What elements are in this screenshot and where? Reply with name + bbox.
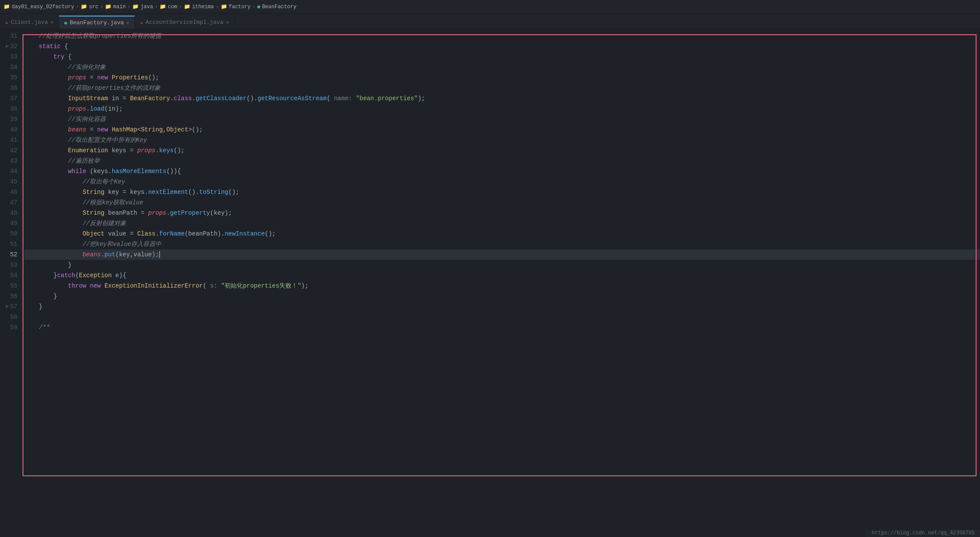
code-line-52: beans.put(key,value); — [24, 249, 980, 260]
line-number: 43 — [3, 156, 17, 166]
code-line-44: while (keys.hasMoreElements()){ — [24, 166, 980, 177]
tab-close-button[interactable]: ✕ — [50, 20, 53, 25]
line-number: 48 — [3, 208, 17, 218]
line-number: 39 — [3, 114, 17, 124]
code-line-47: //根据key获取value — [24, 197, 980, 208]
breadcrumb-item-java[interactable]: 📁 java — [132, 3, 153, 10]
line-number: 36 — [3, 83, 17, 93]
breadcrumb-item-factory[interactable]: 📁 factory — [221, 3, 251, 10]
bean-icon: ◉ — [64, 20, 67, 26]
line-number: 58 — [3, 312, 17, 322]
code-line-39: //实例化容器 — [24, 114, 980, 124]
code-line-32: static { — [24, 41, 980, 52]
code-line-45: //取出每个Key — [24, 177, 980, 187]
folder-icon: 📁 — [160, 3, 166, 10]
folder-icon: 📁 — [81, 3, 87, 10]
line-number: 38 — [3, 104, 17, 114]
line-number: 49 — [3, 218, 17, 229]
tab-close-button[interactable]: ✕ — [226, 20, 229, 25]
code-editor[interactable]: 31 ▷32 33 34 35 36 37 38 39 40 41 42 43 … — [0, 29, 980, 537]
code-line-37: InputStream in = BeanFactory.class.getCl… — [24, 93, 980, 104]
code-line-36: //获取properties文件的流对象 — [24, 83, 980, 93]
code-line-46: String key = keys.nextElement().toString… — [24, 187, 980, 197]
tab-client-java[interactable]: ☕ Client.java ✕ — [0, 16, 59, 29]
java-icon: ☕ — [5, 20, 8, 25]
folder-icon: 📁 — [105, 3, 111, 10]
line-number: 44 — [3, 166, 17, 177]
code-line-57: } — [24, 301, 980, 312]
bean-icon: ◉ — [257, 3, 260, 10]
breadcrumb-item-src[interactable]: 📁 src — [81, 3, 98, 10]
line-number: 51 — [3, 239, 17, 249]
code-line-43: //遍历枚举 — [24, 156, 980, 166]
code-line-42: Enumeration keys = props.keys(); — [24, 145, 980, 156]
code-line-38: props.load(in); — [24, 104, 980, 114]
code-line-59: /** — [24, 322, 980, 333]
code-line-49: //反射创建对象 — [24, 218, 980, 229]
line-number: 45 — [3, 177, 17, 187]
line-number: 52 — [3, 249, 17, 260]
line-number: 47 — [3, 197, 17, 208]
code-line-50: Object value = Class.forName(beanPath).n… — [24, 229, 980, 239]
text-cursor — [159, 251, 160, 258]
line-number: ▷32 — [3, 41, 17, 52]
code-line-48: String beanPath = props.getProperty(key)… — [24, 208, 980, 218]
tab-accountserviceimpl-java[interactable]: ☕ AccountServiceImpl.java ✕ — [135, 16, 235, 29]
line-number: 53 — [3, 260, 17, 270]
line-number: 42 — [3, 145, 17, 156]
breadcrumb-item-itheima[interactable]: 📁 itheima — [184, 3, 214, 10]
tab-bar: ☕ Client.java ✕ ◉ BeanFactory.java ✕ ☕ A… — [0, 14, 980, 29]
code-line-56: } — [24, 291, 980, 301]
tab-beanfactory-java[interactable]: ◉ BeanFactory.java ✕ — [59, 16, 135, 29]
line-number: 56 — [3, 291, 17, 301]
line-number: 46 — [3, 187, 17, 197]
line-number: 50 — [3, 229, 17, 239]
code-line-41: //取出配置文件中所有的Key — [24, 135, 980, 145]
code-line-51: //把key和value存入容器中 — [24, 239, 980, 249]
line-number: 35 — [3, 72, 17, 83]
status-bar: https://blog.csdn.net/qq_42350785 — [866, 529, 980, 537]
tab-close-button[interactable]: ✕ — [127, 20, 130, 26]
line-number: 37 — [3, 93, 17, 104]
line-number: 33 — [3, 52, 17, 62]
code-line-53: } — [24, 260, 980, 270]
code-line-40: beans = new HashMap<String,Object>(); — [24, 124, 980, 135]
java-icon: ☕ — [140, 20, 143, 25]
code-line-31: //处理好后怎么获取properties所有的键值 — [24, 31, 980, 41]
line-number: 34 — [3, 62, 17, 72]
breadcrumb-item-com[interactable]: 📁 com — [160, 3, 177, 10]
breadcrumb-bar: 📁 day01_easy_02factory › 📁 src › 📁 main … — [0, 0, 980, 14]
breadcrumb-item-beanfactory[interactable]: ◉ BeanFactory — [257, 3, 296, 10]
code-line-58 — [24, 312, 980, 322]
code-content[interactable]: //处理好后怎么获取properties所有的键值 static { try {… — [21, 29, 980, 537]
folder-icon: 📁 — [3, 3, 10, 10]
code-line-54: }catch(Exception e){ — [24, 270, 980, 281]
line-number: 31 — [3, 31, 17, 41]
line-number: 54 — [3, 270, 17, 281]
code-line-33: try { — [24, 52, 980, 62]
status-url: https://blog.csdn.net/qq_42350785 — [872, 530, 975, 536]
line-number: 55 — [3, 281, 17, 291]
breadcrumb-item-main[interactable]: 📁 main — [105, 3, 126, 10]
line-number: 59 — [3, 322, 17, 333]
folder-icon: 📁 — [221, 3, 227, 10]
line-number: ▷57 — [3, 301, 17, 312]
folder-icon: 📁 — [132, 3, 139, 10]
code-line-34: //实例化对象 — [24, 62, 980, 72]
folder-icon: 📁 — [184, 3, 190, 10]
line-number: 41 — [3, 135, 17, 145]
breadcrumb-item-project[interactable]: 📁 day01_easy_02factory — [3, 3, 74, 10]
code-line-55: throw new ExceptionInInitializerError( s… — [24, 281, 980, 291]
line-numbers: 31 ▷32 33 34 35 36 37 38 39 40 41 42 43 … — [0, 29, 21, 537]
code-line-35: props = new Properties(); — [24, 72, 980, 83]
line-number: 40 — [3, 124, 17, 135]
